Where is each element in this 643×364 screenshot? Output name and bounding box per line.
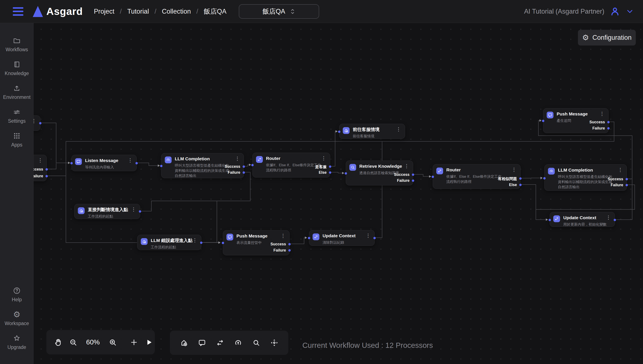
node-push-message[interactable]: Push Message 產生追問 ⋮ Success Failure: [543, 108, 608, 133]
breadcrumb-collection[interactable]: Collection: [162, 8, 191, 15]
input-port[interactable]: [432, 176, 434, 178]
node-update-context[interactable]: Update Context 用於更新內容，初始化變數 ⋮: [550, 212, 615, 227]
kebab-menu-icon[interactable]: ⋮: [34, 118, 36, 124]
kebab-menu-icon[interactable]: ⋮: [600, 111, 604, 117]
input-port[interactable]: [338, 130, 340, 133]
output-port[interactable]: [242, 166, 245, 168]
node-retrieve-knowledge[interactable]: Retrieve Knowledge 透過自然語言檢索知識庫 ⋮ Success…: [346, 160, 413, 186]
configuration-button[interactable]: ⚙ Configuration: [578, 30, 636, 46]
chevron-down-icon[interactable]: [626, 7, 634, 16]
output-port[interactable]: [412, 180, 414, 182]
output-port[interactable]: [329, 171, 331, 174]
router-node-button[interactable]: [214, 337, 226, 348]
node-push-message[interactable]: Push Message 表示流量控管中 ⋮ Success Failure: [223, 230, 290, 255]
kebab-menu-icon[interactable]: ⋮: [404, 163, 409, 169]
output-port[interactable]: [136, 162, 138, 164]
move-tool-button[interactable]: [269, 337, 280, 348]
node-llm-error-entry[interactable]: LLM 錯誤處理進入點 工作流程的起點 ⋮: [137, 235, 201, 250]
sidebar-item-workspace[interactable]: ⚙ Workspace: [0, 310, 34, 326]
output-port[interactable]: [519, 177, 522, 180]
input-port[interactable]: [548, 219, 551, 221]
run-workflow-button[interactable]: [144, 337, 153, 348]
hamburger-menu-icon[interactable]: [13, 7, 24, 16]
kebab-menu-icon[interactable]: ⋮: [618, 167, 623, 173]
hand-icon: [54, 338, 62, 346]
node-goto-service-scenario[interactable]: 前往客服情境 前往客服情境 ⋮: [339, 124, 405, 139]
breadcrumb-project[interactable]: Project: [94, 8, 114, 15]
user-icon[interactable]: [610, 6, 620, 17]
workflow-canvas[interactable]: ⋮ ⋮ Success Failure Listen Message 等待訊息內…: [34, 23, 643, 364]
llm-node-button[interactable]: [232, 337, 244, 348]
add-node-button[interactable]: [130, 337, 138, 348]
node-llm-completion[interactable]: LLM Completion 呼叫大型語言模型並產生結構化的資料輸出以輔助流程的…: [544, 164, 627, 191]
breadcrumb-tutorial[interactable]: Tutorial: [127, 8, 149, 15]
sidebar-item-knowledge[interactable]: Knowledge: [0, 60, 34, 76]
kebab-menu-icon[interactable]: ⋮: [366, 233, 370, 238]
sidebar-item-environment[interactable]: Environment: [0, 84, 34, 100]
output-port[interactable]: [626, 184, 628, 186]
node-router[interactable]: Router 依據If、Else If、Else條件決定工作流程執行的路徑 ⋮ …: [433, 164, 520, 189]
sidebar-item-settings[interactable]: Settings: [0, 108, 34, 124]
breadcrumb-workflow[interactable]: 飯店QA: [204, 7, 226, 16]
kebab-menu-icon[interactable]: ⋮: [321, 156, 326, 161]
input-port[interactable]: [70, 162, 73, 164]
kebab-menu-icon[interactable]: ⋮: [38, 158, 43, 163]
node-partial-top[interactable]: ⋮: [34, 116, 40, 131]
search-node-button[interactable]: [251, 337, 262, 348]
kebab-menu-icon[interactable]: ⋮: [512, 167, 516, 173]
output-port[interactable]: [288, 249, 291, 252]
output-port[interactable]: [607, 127, 610, 130]
chat-icon: [547, 112, 554, 118]
input-port[interactable]: [222, 242, 224, 244]
node-title: 前往客服情境: [353, 127, 380, 132]
node-partial-left[interactable]: ⋮ Success Failure: [34, 155, 47, 181]
input-port[interactable]: [308, 237, 310, 239]
node-update-context[interactable]: Update Context 清除對話紀錄 ⋮: [309, 230, 375, 246]
play-icon: [144, 338, 153, 346]
output-port[interactable]: [607, 121, 610, 123]
output-port[interactable]: [288, 243, 291, 245]
sidebar-item-help[interactable]: Help: [0, 286, 34, 302]
input-port[interactable]: [542, 120, 544, 122]
workflow-selector-dropdown[interactable]: 飯店QA: [239, 4, 319, 19]
output-port[interactable]: [412, 174, 414, 176]
add-scenario-button[interactable]: [178, 337, 190, 348]
node-title: Push Message: [236, 233, 268, 238]
output-port[interactable]: [329, 166, 331, 168]
output-port[interactable]: [614, 219, 616, 221]
zoom-in-button[interactable]: [108, 337, 117, 348]
zoom-out-button[interactable]: [69, 337, 78, 348]
output-port[interactable]: [626, 178, 628, 180]
left-sidebar: Workflows Knowledge Environment Settings…: [0, 23, 34, 364]
message-node-button[interactable]: [196, 337, 208, 348]
kebab-menu-icon[interactable]: ⋮: [396, 126, 401, 132]
input-port[interactable]: [160, 165, 162, 167]
output-port[interactable]: [46, 168, 48, 170]
output-port[interactable]: [519, 184, 522, 186]
sidebar-item-workflows[interactable]: Workflows: [0, 36, 34, 52]
kebab-menu-icon[interactable]: ⋮: [131, 207, 136, 212]
kebab-menu-icon[interactable]: ⋮: [192, 238, 197, 243]
node-title: Router: [446, 167, 503, 172]
output-port[interactable]: [46, 175, 48, 177]
node-router[interactable]: Router 依據If、Else If、Else條件決定工作流程執行的路徑 ⋮ …: [252, 153, 330, 178]
kebab-menu-icon[interactable]: ⋮: [235, 156, 240, 162]
node-llm-completion[interactable]: LLM Completion 呼叫大型語言模型並產生結構化的資料輸出以輔助流程的…: [161, 153, 244, 178]
pan-hand-button[interactable]: [54, 337, 62, 348]
input-port[interactable]: [345, 172, 347, 174]
output-port[interactable]: [374, 237, 376, 239]
output-port[interactable]: [39, 122, 42, 124]
input-port[interactable]: [543, 177, 546, 180]
node-description: 依據If、Else If、Else條件決定工作流程執行的路徑: [446, 174, 503, 184]
output-port[interactable]: [200, 242, 202, 244]
sidebar-item-upgrade[interactable]: Upgrade: [0, 334, 34, 350]
output-port[interactable]: [139, 210, 141, 212]
sidebar-item-apps[interactable]: Apps: [0, 132, 34, 148]
kebab-menu-icon[interactable]: ⋮: [281, 233, 286, 239]
node-direct-scenario-entry[interactable]: 直接判斷情境進入點 工作流程的起點 ⋮: [74, 204, 140, 219]
kebab-menu-icon[interactable]: ⋮: [606, 215, 611, 220]
output-port[interactable]: [242, 171, 245, 174]
input-port[interactable]: [251, 164, 254, 166]
kebab-menu-icon[interactable]: ⋮: [128, 158, 133, 163]
node-listen-message[interactable]: Listen Message 等待訊息內容輸入 ⋮: [72, 155, 137, 171]
